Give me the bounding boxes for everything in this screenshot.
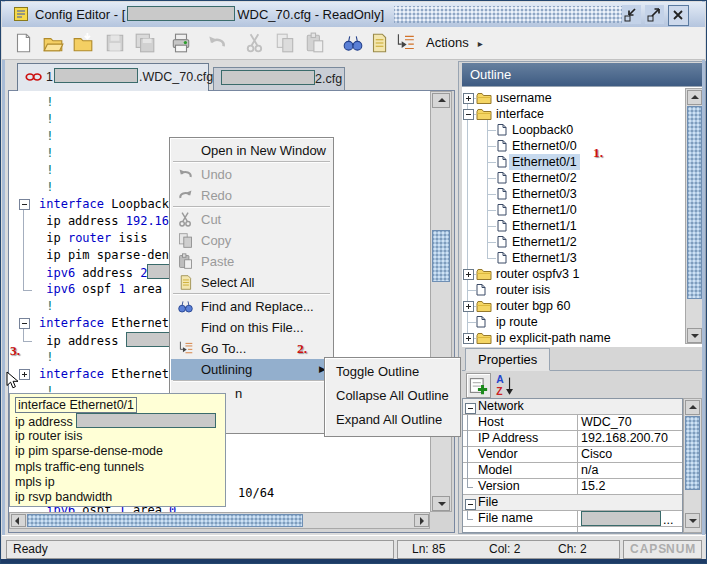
property-group-file[interactable]: File: [463, 495, 682, 511]
submenu-item-toggle-outline[interactable]: Toggle Outline: [326, 360, 459, 384]
tree-item-loopback0[interactable]: Loopback0: [462, 122, 684, 138]
save-button[interactable]: [104, 32, 126, 54]
tree-expand-toggle[interactable]: [463, 269, 474, 280]
scroll-up-button[interactable]: [685, 400, 700, 415]
tree-expand-toggle[interactable]: [463, 93, 474, 104]
scroll-thumb[interactable]: [687, 106, 702, 299]
scroll-down-button[interactable]: [432, 496, 450, 511]
tree-item-username[interactable]: username: [462, 90, 684, 106]
tree-item-interface[interactable]: interface: [462, 106, 684, 122]
scroll-up-button[interactable]: [432, 93, 450, 108]
group-collapse-toggle[interactable]: [465, 403, 476, 414]
menu-item-go-to[interactable]: Go To...: [171, 338, 332, 359]
tree-item-router-ospfv3-1[interactable]: router ospfv3 1: [462, 266, 684, 282]
cut-button[interactable]: [244, 32, 266, 54]
tree-expand-toggle[interactable]: [463, 301, 474, 312]
properties-scrollbar[interactable]: [683, 398, 702, 533]
tree-item-router-bgp-60[interactable]: router bgp 60: [462, 298, 684, 314]
close-button[interactable]: [668, 5, 689, 26]
tree-collapse-toggle[interactable]: [463, 109, 474, 120]
property-row-version[interactable]: Version15.2: [463, 479, 682, 495]
property-value[interactable]: n/a: [581, 463, 598, 478]
save-all-button[interactable]: [134, 32, 156, 54]
tree-item-router-isis[interactable]: router isis: [462, 282, 684, 298]
menu-item-redo[interactable]: Redo: [171, 185, 332, 206]
group-collapse-toggle[interactable]: [465, 499, 476, 510]
tree-item-ip-explicit-path-name[interactable]: ip explicit-path name: [462, 330, 684, 346]
tab-active-wdc70-cfg[interactable]: 1.WDC_70.cfg: [17, 63, 209, 91]
fold-collapse-marker[interactable]: [19, 199, 30, 210]
print-button[interactable]: [170, 32, 192, 54]
fold-guide: [23, 328, 24, 341]
scroll-left-button[interactable]: [11, 514, 26, 527]
new-file-button[interactable]: [12, 32, 34, 54]
menu-item-copy[interactable]: Copy: [171, 230, 332, 251]
tree-item-ethernet1-3[interactable]: Ethernet1/3: [462, 250, 684, 266]
title-bar[interactable]: Config Editor - [WDC_70.cfg - ReadOnly]: [2, 2, 705, 28]
goto-button[interactable]: [394, 32, 416, 54]
property-value[interactable]: ...: [581, 511, 673, 528]
tree-item-ethernet1-1[interactable]: Ethernet1/1: [462, 218, 684, 234]
tab-inactive-cfg[interactable]: 2.cfg: [213, 67, 345, 91]
tree-item-ethernet1-2[interactable]: Ethernet1/2: [462, 234, 684, 250]
editor-vertical-scrollbar[interactable]: [430, 91, 452, 512]
scroll-thumb[interactable]: [27, 514, 303, 527]
property-value[interactable]: 192.168.200.70: [581, 431, 668, 446]
categorize-button[interactable]: [466, 373, 491, 398]
actions-menu-button[interactable]: Actions▸: [426, 32, 483, 54]
menu-item-paste[interactable]: Paste: [171, 251, 332, 272]
page-icon: [497, 124, 507, 136]
open-file-button[interactable]: [42, 32, 64, 54]
tooltip-line: ip address: [15, 413, 222, 428]
submenu-item-expand-all-outline[interactable]: Expand All Outline: [326, 408, 459, 432]
editor-horizontal-scrollbar[interactable]: [9, 512, 430, 529]
page-icon: [497, 140, 507, 152]
tree-expand-toggle[interactable]: [463, 333, 474, 344]
scroll-right-button[interactable]: [414, 514, 429, 527]
tree-item-ip-route[interactable]: ip route: [462, 314, 684, 330]
property-group-network[interactable]: Network: [463, 399, 682, 415]
sort-az-icon[interactable]: AZ: [494, 373, 517, 396]
scroll-thumb[interactable]: [685, 416, 700, 490]
property-value[interactable]: Cisco: [581, 447, 612, 462]
property-row-file-name[interactable]: File name...: [463, 511, 682, 527]
minimize-button[interactable]: [622, 5, 641, 24]
scroll-up-button[interactable]: [687, 90, 702, 105]
tree-item-ethernet0-2[interactable]: Ethernet0/2: [462, 170, 684, 186]
scroll-thumb[interactable]: [432, 230, 450, 282]
maximize-button[interactable]: [645, 5, 664, 24]
tree-item-label: Ethernet1/3: [509, 250, 580, 266]
property-row-ip-address[interactable]: IP Address192.168.200.70: [463, 431, 682, 447]
property-row-model[interactable]: Modeln/a: [463, 463, 682, 479]
paste-button[interactable]: [304, 32, 326, 54]
submenu-item-collapse-all-outline[interactable]: Collapse All Outline: [326, 384, 459, 408]
tree-item-ethernet0-3[interactable]: Ethernet0/3: [462, 186, 684, 202]
property-value[interactable]: WDC_70: [581, 415, 632, 430]
copy-button[interactable]: [274, 32, 296, 54]
property-value[interactable]: 15.2: [581, 479, 605, 494]
menu-item-undo[interactable]: Undo: [171, 164, 332, 185]
scroll-down-button[interactable]: [687, 328, 702, 343]
menu-item-cut[interactable]: Cut: [171, 209, 332, 230]
tree-item-ethernet0-1[interactable]: Ethernet0/1: [462, 154, 684, 170]
menu-item-select-all[interactable]: Select All: [171, 272, 332, 293]
tab-properties[interactable]: Properties: [465, 348, 550, 371]
select-all-button[interactable]: [368, 32, 390, 54]
tree-item-ethernet0-0[interactable]: Ethernet0/0: [462, 138, 684, 154]
properties-grid[interactable]: NetworkHostWDC_70IP Address192.168.200.7…: [462, 398, 683, 533]
tree-item-ethernet1-0[interactable]: Ethernet1/0: [462, 202, 684, 218]
menu-item-find-and-replace[interactable]: Find and Replace...: [171, 296, 332, 317]
menu-separator: [173, 161, 330, 163]
menu-item-open-in-new-window[interactable]: Open in New Window: [171, 140, 332, 161]
scroll-down-button[interactable]: [685, 513, 700, 528]
fold-collapse-marker[interactable]: [19, 318, 30, 329]
menu-item-outlining[interactable]: Outlining▶: [171, 359, 332, 380]
property-row-host[interactable]: HostWDC_70: [463, 415, 682, 431]
find-button[interactable]: [342, 32, 364, 54]
open-folder-button[interactable]: [72, 32, 94, 54]
outline-tree[interactable]: usernameinterfaceLoopback0Ethernet0/0Eth…: [462, 86, 704, 347]
property-row-vendor[interactable]: VendorCisco: [463, 447, 682, 463]
undo-button[interactable]: [206, 32, 228, 54]
status-bar: Ready Ln: 85 Col: 2 Ch: 2 CAPS NUM: [2, 535, 705, 562]
menu-item-find-on-this-file[interactable]: Find on this File...: [171, 317, 332, 338]
